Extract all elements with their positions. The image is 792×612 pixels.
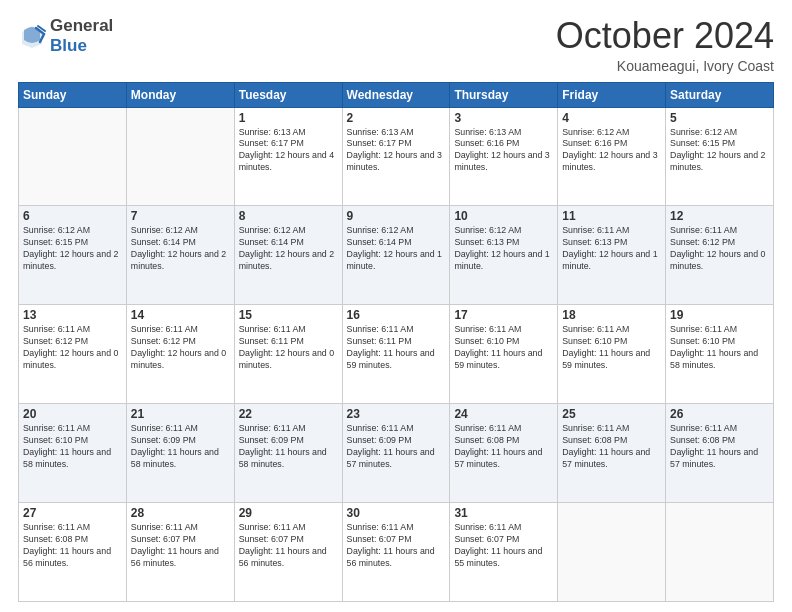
calendar-cell: 16Sunrise: 6:11 AM Sunset: 6:11 PM Dayli…	[342, 305, 450, 404]
day-info: Sunrise: 6:11 AM Sunset: 6:12 PM Dayligh…	[23, 324, 122, 372]
day-number: 28	[131, 506, 230, 520]
day-info: Sunrise: 6:11 AM Sunset: 6:10 PM Dayligh…	[23, 423, 122, 471]
calendar-cell	[666, 503, 774, 602]
calendar-cell	[558, 503, 666, 602]
day-info: Sunrise: 6:11 AM Sunset: 6:11 PM Dayligh…	[347, 324, 446, 372]
calendar-cell: 21Sunrise: 6:11 AM Sunset: 6:09 PM Dayli…	[126, 404, 234, 503]
day-number: 30	[347, 506, 446, 520]
day-number: 24	[454, 407, 553, 421]
day-info: Sunrise: 6:12 AM Sunset: 6:14 PM Dayligh…	[131, 225, 230, 273]
logo-general: General	[50, 16, 113, 36]
location: Kouameagui, Ivory Coast	[556, 58, 774, 74]
calendar-cell: 2Sunrise: 6:13 AM Sunset: 6:17 PM Daylig…	[342, 107, 450, 206]
calendar-cell	[126, 107, 234, 206]
day-info: Sunrise: 6:12 AM Sunset: 6:13 PM Dayligh…	[454, 225, 553, 273]
calendar-cell: 3Sunrise: 6:13 AM Sunset: 6:16 PM Daylig…	[450, 107, 558, 206]
day-info: Sunrise: 6:11 AM Sunset: 6:10 PM Dayligh…	[562, 324, 661, 372]
day-header-sunday: Sunday	[19, 82, 127, 107]
day-info: Sunrise: 6:12 AM Sunset: 6:14 PM Dayligh…	[347, 225, 446, 273]
day-number: 19	[670, 308, 769, 322]
day-info: Sunrise: 6:13 AM Sunset: 6:16 PM Dayligh…	[454, 127, 553, 175]
day-header-thursday: Thursday	[450, 82, 558, 107]
day-number: 17	[454, 308, 553, 322]
calendar-table: SundayMondayTuesdayWednesdayThursdayFrid…	[18, 82, 774, 602]
day-number: 16	[347, 308, 446, 322]
day-header-tuesday: Tuesday	[234, 82, 342, 107]
logo-text: General Blue	[50, 16, 113, 55]
day-number: 15	[239, 308, 338, 322]
day-number: 21	[131, 407, 230, 421]
calendar-cell: 17Sunrise: 6:11 AM Sunset: 6:10 PM Dayli…	[450, 305, 558, 404]
day-number: 1	[239, 111, 338, 125]
day-info: Sunrise: 6:11 AM Sunset: 6:07 PM Dayligh…	[131, 522, 230, 570]
calendar-cell: 6Sunrise: 6:12 AM Sunset: 6:15 PM Daylig…	[19, 206, 127, 305]
day-number: 6	[23, 209, 122, 223]
header: General Blue October 2024 Kouameagui, Iv…	[18, 16, 774, 74]
day-number: 27	[23, 506, 122, 520]
day-number: 13	[23, 308, 122, 322]
day-number: 23	[347, 407, 446, 421]
day-header-wednesday: Wednesday	[342, 82, 450, 107]
day-info: Sunrise: 6:11 AM Sunset: 6:08 PM Dayligh…	[562, 423, 661, 471]
day-number: 29	[239, 506, 338, 520]
day-info: Sunrise: 6:11 AM Sunset: 6:08 PM Dayligh…	[23, 522, 122, 570]
logo-icon	[18, 22, 46, 50]
day-number: 25	[562, 407, 661, 421]
calendar-cell: 7Sunrise: 6:12 AM Sunset: 6:14 PM Daylig…	[126, 206, 234, 305]
day-header-friday: Friday	[558, 82, 666, 107]
day-header-monday: Monday	[126, 82, 234, 107]
day-number: 12	[670, 209, 769, 223]
calendar-cell: 12Sunrise: 6:11 AM Sunset: 6:12 PM Dayli…	[666, 206, 774, 305]
calendar-cell: 23Sunrise: 6:11 AM Sunset: 6:09 PM Dayli…	[342, 404, 450, 503]
day-info: Sunrise: 6:11 AM Sunset: 6:07 PM Dayligh…	[454, 522, 553, 570]
calendar-cell: 19Sunrise: 6:11 AM Sunset: 6:10 PM Dayli…	[666, 305, 774, 404]
calendar-cell: 31Sunrise: 6:11 AM Sunset: 6:07 PM Dayli…	[450, 503, 558, 602]
page: General Blue October 2024 Kouameagui, Iv…	[0, 0, 792, 612]
calendar-cell: 5Sunrise: 6:12 AM Sunset: 6:15 PM Daylig…	[666, 107, 774, 206]
day-info: Sunrise: 6:11 AM Sunset: 6:07 PM Dayligh…	[239, 522, 338, 570]
title-block: October 2024 Kouameagui, Ivory Coast	[556, 16, 774, 74]
calendar-cell: 20Sunrise: 6:11 AM Sunset: 6:10 PM Dayli…	[19, 404, 127, 503]
calendar-cell: 30Sunrise: 6:11 AM Sunset: 6:07 PM Dayli…	[342, 503, 450, 602]
day-info: Sunrise: 6:11 AM Sunset: 6:12 PM Dayligh…	[131, 324, 230, 372]
calendar-cell: 18Sunrise: 6:11 AM Sunset: 6:10 PM Dayli…	[558, 305, 666, 404]
day-number: 18	[562, 308, 661, 322]
day-info: Sunrise: 6:13 AM Sunset: 6:17 PM Dayligh…	[239, 127, 338, 175]
day-number: 20	[23, 407, 122, 421]
day-info: Sunrise: 6:11 AM Sunset: 6:12 PM Dayligh…	[670, 225, 769, 273]
day-info: Sunrise: 6:11 AM Sunset: 6:08 PM Dayligh…	[670, 423, 769, 471]
logo: General Blue	[18, 16, 113, 55]
calendar-cell: 29Sunrise: 6:11 AM Sunset: 6:07 PM Dayli…	[234, 503, 342, 602]
day-info: Sunrise: 6:12 AM Sunset: 6:15 PM Dayligh…	[23, 225, 122, 273]
day-info: Sunrise: 6:11 AM Sunset: 6:13 PM Dayligh…	[562, 225, 661, 273]
calendar-cell: 15Sunrise: 6:11 AM Sunset: 6:11 PM Dayli…	[234, 305, 342, 404]
month-title: October 2024	[556, 16, 774, 56]
day-info: Sunrise: 6:13 AM Sunset: 6:17 PM Dayligh…	[347, 127, 446, 175]
day-info: Sunrise: 6:12 AM Sunset: 6:16 PM Dayligh…	[562, 127, 661, 175]
calendar-cell: 10Sunrise: 6:12 AM Sunset: 6:13 PM Dayli…	[450, 206, 558, 305]
day-number: 14	[131, 308, 230, 322]
day-number: 10	[454, 209, 553, 223]
calendar-cell: 22Sunrise: 6:11 AM Sunset: 6:09 PM Dayli…	[234, 404, 342, 503]
calendar-cell: 1Sunrise: 6:13 AM Sunset: 6:17 PM Daylig…	[234, 107, 342, 206]
logo-blue: Blue	[50, 36, 113, 56]
calendar-cell: 27Sunrise: 6:11 AM Sunset: 6:08 PM Dayli…	[19, 503, 127, 602]
calendar-cell	[19, 107, 127, 206]
calendar-cell: 25Sunrise: 6:11 AM Sunset: 6:08 PM Dayli…	[558, 404, 666, 503]
day-number: 31	[454, 506, 553, 520]
day-info: Sunrise: 6:12 AM Sunset: 6:14 PM Dayligh…	[239, 225, 338, 273]
calendar-cell: 9Sunrise: 6:12 AM Sunset: 6:14 PM Daylig…	[342, 206, 450, 305]
calendar-cell: 24Sunrise: 6:11 AM Sunset: 6:08 PM Dayli…	[450, 404, 558, 503]
day-number: 9	[347, 209, 446, 223]
day-number: 3	[454, 111, 553, 125]
day-info: Sunrise: 6:11 AM Sunset: 6:10 PM Dayligh…	[454, 324, 553, 372]
day-number: 5	[670, 111, 769, 125]
calendar-cell: 11Sunrise: 6:11 AM Sunset: 6:13 PM Dayli…	[558, 206, 666, 305]
day-info: Sunrise: 6:11 AM Sunset: 6:07 PM Dayligh…	[347, 522, 446, 570]
day-number: 7	[131, 209, 230, 223]
day-number: 26	[670, 407, 769, 421]
day-info: Sunrise: 6:11 AM Sunset: 6:09 PM Dayligh…	[131, 423, 230, 471]
day-number: 22	[239, 407, 338, 421]
day-number: 8	[239, 209, 338, 223]
calendar-cell: 28Sunrise: 6:11 AM Sunset: 6:07 PM Dayli…	[126, 503, 234, 602]
